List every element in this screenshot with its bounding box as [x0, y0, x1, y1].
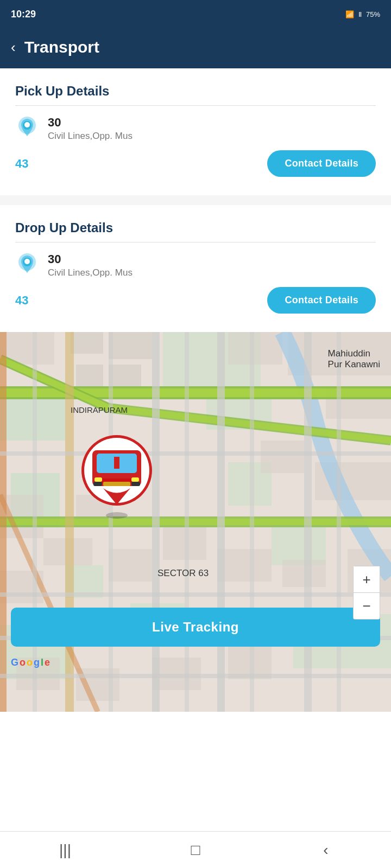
svg-point-71	[106, 512, 128, 519]
dropup-location-icon	[15, 252, 39, 276]
wifi-icon: 📶	[345, 10, 354, 18]
pickup-location-info: 30 Civil Lines,Opp. Mus	[48, 116, 133, 142]
map-label-sector63: SECTOR 63	[157, 568, 209, 579]
zoom-in-button[interactable]: +	[354, 566, 380, 592]
dropup-address: Civil Lines,Opp. Mus	[48, 267, 133, 278]
dropup-location-row: 30 Civil Lines,Opp. Mus	[15, 252, 376, 278]
dropup-contact-button[interactable]: Contact Details	[267, 287, 376, 314]
svg-rect-56	[250, 332, 254, 712]
map-background	[0, 332, 391, 712]
svg-rect-19	[76, 365, 103, 386]
zoom-out-button[interactable]: −	[354, 593, 380, 619]
svg-rect-47	[304, 332, 312, 712]
pickup-action-row: 43 Contact Details	[15, 150, 376, 190]
dropup-number: 30	[48, 252, 133, 266]
svg-rect-18	[109, 332, 152, 359]
content: Pick Up Details 30 Civil Lines,Opp. Mus …	[0, 68, 391, 712]
google-g2: g	[34, 657, 40, 668]
dropup-title: Drop Up Details	[15, 220, 376, 235]
svg-rect-57	[337, 332, 341, 712]
header: ‹ Transport	[0, 28, 391, 68]
pickup-divider	[15, 105, 376, 106]
status-bar: 10:29 📶 Ⅱ 75%	[0, 0, 391, 28]
bottom-nav: ||| □ ‹	[0, 831, 391, 868]
zoom-controls: + −	[353, 566, 380, 620]
map-label-indirapuram: INDIRAPURAM	[71, 405, 128, 414]
pickup-contact-button[interactable]: Contact Details	[267, 150, 376, 177]
pickup-location-row: 30 Civil Lines,Opp. Mus	[15, 116, 376, 142]
svg-rect-52	[0, 674, 391, 678]
svg-rect-55	[185, 332, 189, 712]
svg-rect-20	[109, 365, 141, 386]
dropup-section: Drop Up Details 30 Civil Lines,Opp. Mus …	[0, 205, 391, 327]
map-container: MahiuddinPur Kanawni INDIRAPURAM SECTOR …	[0, 332, 391, 712]
dropup-action-row: 43 Contact Details	[15, 287, 376, 327]
google-g: G	[11, 657, 18, 668]
svg-rect-12	[272, 527, 326, 565]
page-title: Transport	[24, 38, 99, 56]
google-l: l	[41, 657, 43, 668]
section-separator-1	[0, 195, 391, 205]
dropup-route-number: 43	[15, 293, 28, 308]
svg-point-2	[24, 122, 30, 127]
svg-point-5	[24, 259, 30, 264]
svg-rect-68	[97, 457, 113, 469]
nav-home[interactable]: □	[179, 834, 212, 866]
svg-rect-70	[114, 457, 119, 469]
svg-rect-65	[93, 482, 102, 486]
svg-rect-69	[121, 457, 137, 469]
svg-rect-17	[71, 332, 103, 354]
pickup-location-icon	[15, 116, 39, 139]
pickup-number: 30	[48, 116, 133, 130]
svg-rect-48	[0, 332, 7, 712]
status-icons: 📶 Ⅱ 75%	[345, 10, 380, 18]
google-o1: o	[20, 657, 26, 668]
svg-rect-22	[228, 332, 282, 365]
pickup-address: Civil Lines,Opp. Mus	[48, 131, 133, 142]
google-e: e	[45, 657, 50, 668]
nav-back[interactable]: ‹	[310, 834, 342, 866]
svg-rect-25	[261, 441, 304, 473]
pickup-route-number: 43	[15, 157, 28, 171]
bus-marker	[76, 430, 157, 527]
google-logo: Google	[11, 657, 50, 668]
nav-recent-apps[interactable]: |||	[49, 834, 81, 866]
svg-rect-50	[0, 592, 391, 597]
battery-text: 75%	[366, 10, 380, 18]
svg-rect-28	[217, 549, 272, 582]
svg-rect-49	[0, 451, 391, 456]
svg-rect-66	[131, 482, 140, 486]
svg-rect-46	[217, 332, 225, 712]
google-o2: o	[27, 657, 33, 668]
pickup-section: Pick Up Details 30 Civil Lines,Opp. Mus …	[0, 68, 391, 190]
live-tracking-button[interactable]: Live Tracking	[11, 608, 380, 647]
back-button[interactable]: ‹	[11, 39, 16, 56]
signal-icon: Ⅱ	[358, 10, 362, 18]
svg-rect-43	[0, 519, 391, 525]
svg-rect-53	[33, 332, 37, 712]
pickup-title: Pick Up Details	[15, 84, 376, 99]
bus-pin-icon	[76, 430, 157, 527]
svg-rect-67	[103, 482, 130, 486]
svg-rect-64	[131, 477, 139, 482]
map-label-mahiuddin: MahiuddinPur Kanawni	[328, 348, 380, 370]
dropup-location-info: 30 Civil Lines,Opp. Mus	[48, 252, 133, 278]
dropup-divider	[15, 242, 376, 242]
svg-rect-35	[109, 549, 152, 582]
status-time: 10:29	[11, 9, 36, 20]
svg-rect-63	[94, 477, 102, 482]
